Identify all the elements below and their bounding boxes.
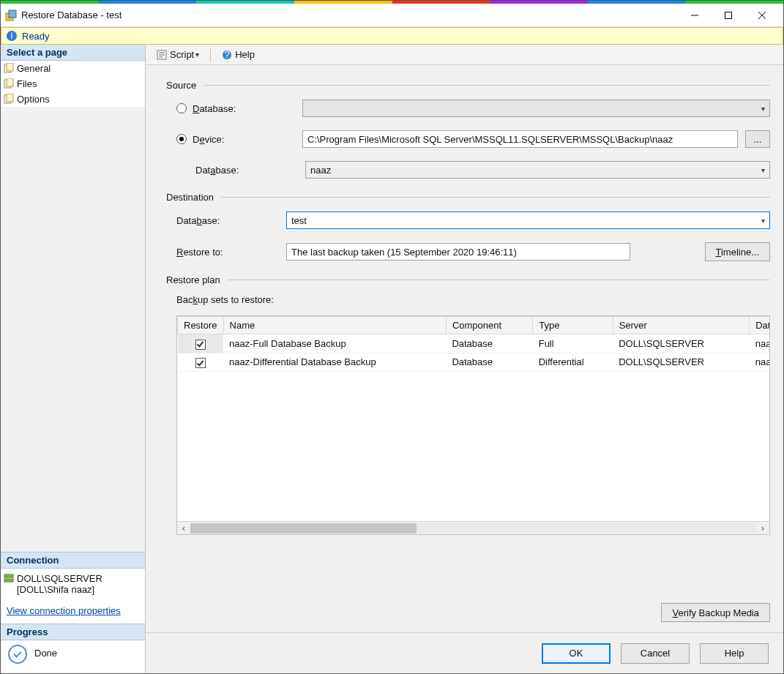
connection-user: [DOLL\Shifa naaz]	[17, 584, 139, 595]
restore-checkbox[interactable]	[195, 358, 206, 368]
source-header: Source	[166, 80, 770, 91]
svg-rect-13	[7, 94, 13, 102]
svg-text:i: i	[11, 30, 13, 41]
cell-component: Database	[446, 353, 532, 372]
source-database-radio-label: atabase:	[199, 103, 236, 114]
sidebar-item-files[interactable]: Files	[1, 76, 145, 91]
cell-database: naaz	[750, 353, 769, 372]
column-component[interactable]: Component	[446, 317, 532, 334]
restore-checkbox[interactable]	[195, 340, 206, 350]
column-type[interactable]: Type	[533, 317, 613, 334]
cell-database: naaz	[750, 334, 769, 353]
cell-component: Database	[446, 334, 532, 353]
scroll-track[interactable]	[190, 523, 756, 533]
svg-rect-3	[725, 12, 732, 18]
cell-name: naaz-Full Database Backup	[223, 334, 446, 353]
svg-rect-9	[7, 63, 13, 71]
info-icon: i	[6, 30, 18, 42]
select-page-header: Select a page	[1, 45, 145, 61]
progress-box: Done	[1, 640, 145, 673]
verify-backup-media-button[interactable]: Verify Backup Media	[661, 603, 770, 622]
connection-server: DOLL\SQLSERVER	[17, 573, 139, 584]
chevron-down-icon: ▾	[761, 166, 765, 174]
ok-button[interactable]: OK	[542, 643, 611, 664]
timeline-button[interactable]: Timeline...	[705, 242, 771, 261]
table-body: naaz-Full Database BackupDatabaseFullDOL…	[178, 334, 770, 372]
page-icon	[4, 63, 14, 73]
svg-rect-1	[9, 10, 16, 18]
sidebar-item-options[interactable]: Options	[1, 91, 145, 107]
svg-text:?: ?	[225, 50, 230, 60]
right-panel: Script ▾ ? Help Source Database: ▾	[146, 45, 783, 673]
table-row[interactable]: naaz-Differential Database BackupDatabas…	[178, 353, 770, 372]
view-connection-properties-link[interactable]: View connection properties	[1, 601, 145, 624]
footer-help-button[interactable]: Help	[700, 643, 769, 664]
restore-to-label: Restore to:	[176, 247, 279, 258]
cell-name: naaz-Differential Database Backup	[223, 353, 446, 372]
page-list: GeneralFilesOptions	[1, 61, 145, 107]
toolbar: Script ▾ ? Help	[146, 45, 783, 65]
sidebar-item-general[interactable]: General	[1, 61, 145, 76]
source-device-radio[interactable]: Device:	[176, 134, 295, 145]
svg-rect-14	[4, 574, 13, 577]
backup-sets-label: Backup sets to restore:	[176, 294, 770, 305]
progress-header: Progress	[1, 624, 145, 640]
cell-server: DOLL\SQLSERVER	[613, 353, 750, 372]
script-button[interactable]: Script ▾	[152, 47, 204, 62]
destination-database-label: Database:	[176, 215, 279, 226]
scroll-right-icon[interactable]: ›	[756, 523, 769, 534]
scroll-thumb[interactable]	[190, 523, 417, 533]
minimize-button[interactable]	[678, 4, 712, 26]
footer: OK Cancel Help	[146, 632, 783, 673]
connection-box: DOLL\SQLSERVER [DOLL\Shifa naaz]	[1, 569, 145, 601]
title-bar: Restore Database - test	[1, 4, 783, 27]
source-device-radio-label: vice:	[205, 134, 225, 145]
source-database-radio[interactable]: Database:	[176, 103, 295, 114]
source-inner-database-combo[interactable]: naaz ▾	[305, 161, 770, 179]
cell-type: Differential	[533, 353, 613, 372]
window-title: Restore Database - test	[21, 10, 122, 20]
content: Source Database: ▾ Device: C:\Program Fi…	[146, 65, 783, 599]
cell-server: DOLL\SQLSERVER	[613, 334, 750, 353]
restore-plan-header: Restore plan	[166, 274, 770, 285]
help-icon: ?	[222, 50, 232, 60]
destination-database-combo[interactable]: test ▾	[286, 211, 770, 229]
device-browse-button[interactable]: ...	[745, 130, 770, 148]
backup-sets-table: RestoreNameComponentTypeServerDatabasePo…	[176, 315, 770, 535]
svg-rect-11	[7, 78, 13, 86]
sidebar: Select a page GeneralFilesOptions Connec…	[1, 45, 146, 673]
progress-check-icon	[8, 645, 27, 664]
close-button[interactable]	[745, 4, 779, 26]
toolbar-help-label: Help	[235, 49, 255, 60]
column-database[interactable]: Database	[750, 317, 769, 334]
server-icon	[4, 573, 14, 583]
device-path-input[interactable]: C:\Program Files\Microsoft SQL Server\MS…	[302, 130, 738, 148]
app-icon	[5, 10, 17, 21]
scroll-left-icon[interactable]: ‹	[177, 523, 190, 534]
toolbar-separator	[210, 48, 211, 61]
script-icon	[157, 50, 167, 60]
maximize-button[interactable]	[712, 4, 745, 26]
progress-status: Done	[34, 648, 57, 659]
column-restore[interactable]: Restore	[178, 317, 224, 334]
table-header-row: RestoreNameComponentTypeServerDatabasePo…	[178, 317, 770, 334]
page-icon	[4, 78, 14, 89]
ready-bar: i Ready	[1, 27, 783, 45]
cell-type: Full	[533, 334, 613, 353]
svg-rect-15	[4, 579, 13, 582]
page-icon	[4, 94, 14, 104]
column-name[interactable]: Name	[223, 317, 446, 334]
table-hscrollbar[interactable]: ‹ ›	[177, 521, 769, 534]
script-dropdown-caret: ▾	[195, 50, 199, 59]
ready-text: Ready	[22, 31, 50, 42]
script-label: Script	[170, 49, 194, 60]
destination-header: Destination	[166, 192, 770, 203]
restore-to-input: The last backup taken (15 September 2020…	[286, 243, 630, 261]
source-database-combo: ▾	[302, 100, 770, 117]
column-server[interactable]: Server	[613, 317, 750, 334]
connection-header: Connection	[1, 552, 145, 569]
cancel-button[interactable]: Cancel	[621, 643, 690, 664]
source-inner-database-label: Database:	[195, 165, 298, 176]
table-row[interactable]: naaz-Full Database BackupDatabaseFullDOL…	[178, 334, 770, 353]
help-button[interactable]: ? Help	[217, 47, 260, 62]
